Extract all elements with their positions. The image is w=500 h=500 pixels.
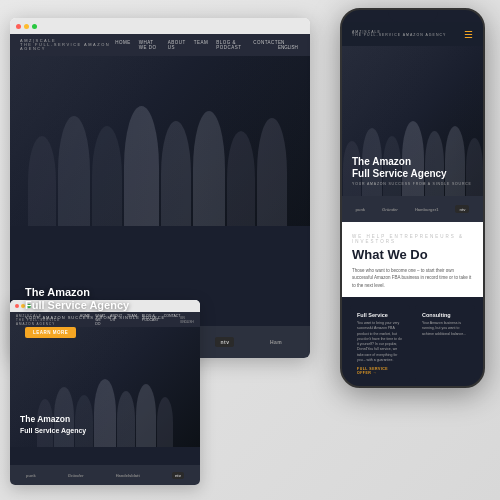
phone-hero-image: The Amazon Full Service Agency YOUR AMAZ… xyxy=(342,46,483,196)
desk2-press-ntv: ntv xyxy=(172,472,184,479)
desktop-2-hero-text: The Amazon Full Service Agency xyxy=(20,414,86,435)
desktop-headline: The Amazon Full Service Agency xyxy=(25,286,165,312)
desktop-logo: AMZ|SCALE THE FULL-SERVICE AMAZON AGENCY xyxy=(20,39,115,51)
phone-nav: AMZ|SCALE THE FULL-SERVICE AMAZON AGENCY… xyxy=(342,22,483,46)
language-selector[interactable]: EN ENGLISH xyxy=(278,40,300,50)
phone-press-punk: punk xyxy=(356,207,366,212)
browser-close-dot xyxy=(16,24,21,29)
desktop-mockup-main: AMZ|SCALE THE FULL-SERVICE AMAZON AGENCY… xyxy=(10,18,310,358)
nav-home[interactable]: HOME xyxy=(115,40,131,50)
nav-about-us[interactable]: ABOUT US xyxy=(168,40,186,50)
desktop-2-logo: AMZ|SCALE THE FULL-SERVICE AMAZON AGENCY xyxy=(16,314,80,326)
phone-card-text-2: Your Amazon business is running, but you… xyxy=(422,321,468,337)
desktop-2-nav: AMZ|SCALE THE FULL-SERVICE AMAZON AGENCY… xyxy=(10,312,200,327)
desk2-press-grunder: Gründer xyxy=(68,473,84,478)
desk2-press-punk: punk xyxy=(26,473,36,478)
desktop-cta-button[interactable]: LEARN MORE xyxy=(25,327,76,338)
desk2-nav-what[interactable]: WHAT WE DO xyxy=(95,314,105,326)
desk2-lang[interactable]: EN ENGLISH xyxy=(180,316,194,324)
nav-contact[interactable]: CONTACT xyxy=(253,40,278,50)
press-logo-ntv: ntv xyxy=(215,337,234,347)
desktop-nav-links: HOME WHAT WE DO ABOUT US TEAM BLOG & POD… xyxy=(115,40,278,50)
phone-headline: The Amazon Full Service Agency xyxy=(352,156,472,180)
nav-blog[interactable]: BLOG & PODCAST xyxy=(216,40,245,50)
desk2-nav-home[interactable]: HOME xyxy=(80,314,91,326)
desktop-2-hero: The Amazon Full Service Agency xyxy=(10,327,200,447)
desk2-press-handelsblatt: Handelsblatt xyxy=(116,473,140,478)
desktop-2-nav-links: HOME WHAT WE DO ABOUT US TEAM BLOG & POD… xyxy=(80,314,181,326)
phone-mockup: AMZ|SCALE THE FULL-SERVICE AMAZON AGENCY… xyxy=(340,8,485,388)
phone-notch xyxy=(388,10,438,22)
nav-team[interactable]: TEAM xyxy=(194,40,209,50)
desk2-nav-contact[interactable]: CONTACT xyxy=(164,314,181,326)
browser-chrome-bar xyxy=(10,18,310,34)
desktop-nav: AMZ|SCALE THE FULL-SERVICE AMAZON AGENCY… xyxy=(10,34,310,56)
phone-press-hamburger1: Hamburger1 xyxy=(415,207,439,212)
phone-press-unknown: Gründer xyxy=(382,207,398,212)
phone-card-consulting: Consulting Your Amazon business is runni… xyxy=(415,305,475,382)
phone-what-we-do-section: WE HELP ENTREPRENEURS & INVESTORS What W… xyxy=(342,222,483,297)
phone-subheadline: YOUR AMAZON SUCCESS FROM A SINGLE SOURCE xyxy=(352,182,472,186)
browser-close-dot-2 xyxy=(15,304,19,308)
browser-min-dot xyxy=(24,24,29,29)
nav-what-we-do[interactable]: WHAT WE DO xyxy=(139,40,160,50)
desktop-2-headline: The Amazon Full Service Agency xyxy=(20,414,86,435)
hamburger-icon[interactable]: ☰ xyxy=(464,29,473,40)
phone-card-text-1: You want to bring your very successful A… xyxy=(357,321,403,363)
desktop-2-press-logos: punk Gründer Handelsblatt ntv xyxy=(10,465,200,485)
phone-logo: AMZ|SCALE THE FULL-SERVICE AMAZON AGENCY xyxy=(352,31,446,38)
desktop-hero-image xyxy=(10,56,310,226)
phone-wwd-eyebrow: WE HELP ENTREPRENEURS & INVESTORS xyxy=(352,234,473,244)
phone-wwd-title: What We Do xyxy=(352,248,473,262)
desk2-nav-about[interactable]: ABOUT US xyxy=(110,314,122,326)
phone-press-ntv: ntv xyxy=(455,205,469,213)
phone-service-cards: Full Service You want to bring your very… xyxy=(342,305,483,382)
phone-card-full-service: Full Service You want to bring your very… xyxy=(350,305,410,382)
phone-screen: AMZ|SCALE THE FULL-SERVICE AMAZON AGENCY… xyxy=(342,10,483,386)
desk2-nav-team[interactable]: TEAM xyxy=(127,314,137,326)
phone-press-logos: punk Gründer Hamburger1 ntv xyxy=(342,196,483,222)
desktop-page-content: AMZ|SCALE THE FULL-SERVICE AMAZON AGENCY… xyxy=(10,34,310,358)
desk2-nav-blog[interactable]: BLOG & PODCAST xyxy=(142,314,159,326)
phone-hero-text: The Amazon Full Service Agency YOUR AMAZ… xyxy=(352,156,472,186)
phone-card-link-1[interactable]: FULL SERVICE OFFER → xyxy=(357,367,403,375)
browser-max-dot xyxy=(32,24,37,29)
phone-card-title-1: Full Service xyxy=(357,312,403,318)
phone-card-title-2: Consulting xyxy=(422,312,468,318)
phone-wwd-description: Those who want to become one – to start … xyxy=(352,267,473,289)
press-logo-ham: Ham xyxy=(270,339,282,345)
